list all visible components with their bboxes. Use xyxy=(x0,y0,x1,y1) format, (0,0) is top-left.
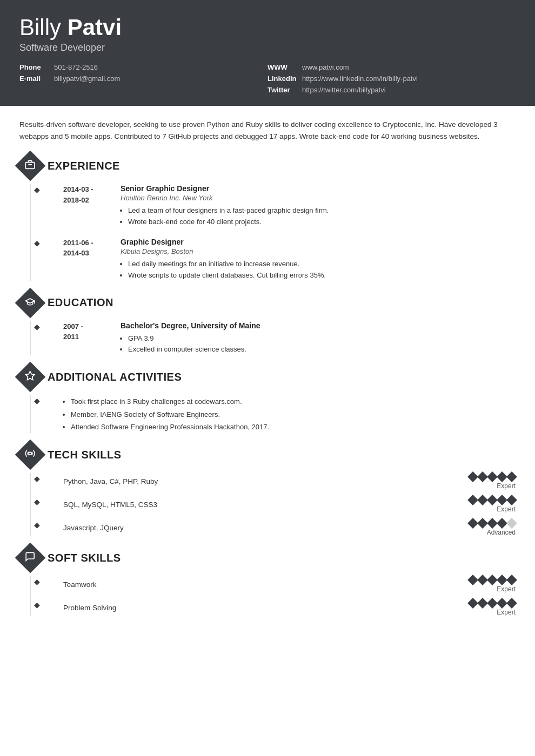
contact-grid: Phone 501-872-2516 WWW www.patvi.com E-m… xyxy=(19,63,516,94)
edu-bullets-1: GPA 3.9 Excelled in computer science cla… xyxy=(121,333,516,356)
exp-bullet-1-2: Wrote back-end code for 40 client projec… xyxy=(128,217,516,228)
dot-3-3 xyxy=(487,518,498,529)
soft-skill-1: Teamwork Expert xyxy=(50,576,516,593)
soft-skill-1-rating: Expert xyxy=(469,576,516,593)
dot-2-3 xyxy=(487,495,498,505)
soft-dot-1-5 xyxy=(506,575,517,585)
experience-header: EXPERIENCE xyxy=(19,155,516,177)
exp-bullets-2: Led daily meetings for an initiative to … xyxy=(121,259,516,281)
edu-degree-1: Bachelor's Degree, University of Maine xyxy=(121,321,516,330)
phone-value: 501-872-2516 xyxy=(54,63,98,71)
tech-skill-2: SQL, MySQL, HTML5, CSS3 Expert xyxy=(50,496,516,513)
exp-bullet-2-2: Wrote scripts to update client databases… xyxy=(128,270,516,281)
edu-bullet-1-2: Excelled in computer science classes. xyxy=(128,344,516,355)
first-name: Billy xyxy=(19,15,68,40)
dot-3-1 xyxy=(467,518,478,529)
header: Billy Patvi Software Developer Phone 501… xyxy=(0,0,535,106)
experience-title: EXPERIENCE xyxy=(48,160,120,172)
soft-skill-2-rating: Expert xyxy=(469,599,516,616)
main-body: Results-driven software developer, seeki… xyxy=(0,106,535,640)
tech-skills-icon xyxy=(15,440,46,470)
soft-skill-1-name: Teamwork xyxy=(63,580,97,589)
tech-skill-1-name: Python, Java, C#, PHP, Ruby xyxy=(63,477,158,485)
last-name: Patvi xyxy=(68,15,122,40)
dot-2-5 xyxy=(506,495,517,505)
soft-skill-2: Problem Solving Expert xyxy=(50,599,516,616)
soft-dot-1-4 xyxy=(497,575,507,585)
activities-icon xyxy=(15,362,46,393)
dot-3-4 xyxy=(497,518,507,529)
tech-skill-1-rating: Expert xyxy=(469,473,516,490)
soft-skills-section: SOFT SKILLS Teamwork Expert xyxy=(19,547,516,616)
education-header: EDUCATION xyxy=(19,292,516,314)
soft-dot-2-3 xyxy=(487,598,498,609)
soft-dot-2-1 xyxy=(467,598,478,609)
exp-jobtitle-2: Graphic Designer xyxy=(121,238,516,246)
activities-section: ADDITIONAL ACTIVITIES Took first place i… xyxy=(19,366,516,433)
dot-3-5 xyxy=(506,518,517,529)
exp-jobtitle-1: Senior Graphic Designer xyxy=(121,184,516,193)
experience-item-1: 2014-03 -2018-02 Senior Graphic Designer… xyxy=(50,184,516,228)
exp-bullet-1-1: Led a team of four designers in a fast-p… xyxy=(128,205,516,217)
experience-timeline: 2014-03 -2018-02 Senior Graphic Designer… xyxy=(30,184,516,281)
education-title: EDUCATION xyxy=(48,296,113,309)
linkedin-contact: LinkedIn https://www.linkedin.com/in/bil… xyxy=(268,75,516,83)
tech-skill-1-level: Expert xyxy=(497,482,516,490)
education-timeline: 2007 -2011 Bachelor's Degree, University… xyxy=(30,321,516,356)
soft-dot-2-2 xyxy=(477,598,488,609)
edu-bullet-1-1: GPA 3.9 xyxy=(128,333,516,345)
dot-1-1 xyxy=(467,471,478,482)
www-value: www.patvi.com xyxy=(302,63,349,71)
exp-bullets-1: Led a team of four designers in a fast-p… xyxy=(121,205,516,228)
email-contact: E-mail billypatvi@gmail.com xyxy=(19,75,268,83)
activities-item-1: Took first place in 3 Ruby challenges at… xyxy=(50,395,516,433)
soft-skill-1-dots xyxy=(469,576,516,584)
exp-content-1: Senior Graphic Designer Houlton Renno In… xyxy=(121,184,516,228)
soft-skills-icon-inner xyxy=(25,551,36,565)
soft-skill-2-dots xyxy=(469,599,516,607)
exp-date-2: 2011-06 -2014-03 xyxy=(63,238,112,281)
soft-skills-icon xyxy=(15,543,46,573)
soft-skills-header: SOFT SKILLS xyxy=(19,547,516,569)
tech-skill-3-rating: Advanced xyxy=(469,519,516,536)
phone-label: Phone xyxy=(19,63,51,71)
dot-2-1 xyxy=(467,495,478,505)
twitter-value: https://twitter.com/billypatvi xyxy=(302,86,386,94)
exp-date-1: 2014-03 -2018-02 xyxy=(63,184,112,228)
activity-bullet-3: Attended Software Engineering Profession… xyxy=(71,421,516,433)
job-title: Software Developer xyxy=(19,42,516,53)
edu-item-1: 2007 -2011 Bachelor's Degree, University… xyxy=(50,321,516,356)
dot-3-2 xyxy=(477,518,488,529)
tech-skill-1-dots xyxy=(469,473,516,481)
tech-skill-3: Javascript, JQuery Advanced xyxy=(50,519,516,536)
www-contact: WWW www.patvi.com xyxy=(268,63,516,71)
tech-skill-3-level: Advanced xyxy=(487,529,516,536)
activities-bullets: Took first place in 3 Ruby challenges at… xyxy=(63,395,516,433)
activity-bullet-2: Member, IAENG Society of Software Engine… xyxy=(71,408,516,421)
soft-dot-2-4 xyxy=(497,598,507,609)
tech-skills-section: TECH SKILLS Python, Java, C#, PHP, Ruby … xyxy=(19,444,516,536)
twitter-contact: Twitter https://twitter.com/billypatvi xyxy=(268,86,516,94)
soft-dot-1-3 xyxy=(487,575,498,585)
summary: Results-driven software developer, seeki… xyxy=(19,119,516,142)
tech-skill-2-level: Expert xyxy=(497,505,516,513)
tech-skills-header: TECH SKILLS xyxy=(19,444,516,465)
tech-skill-2-rating: Expert xyxy=(469,496,516,513)
soft-skill-2-level: Expert xyxy=(497,609,516,616)
soft-skill-1-level: Expert xyxy=(497,585,516,593)
soft-dot-1-2 xyxy=(477,575,488,585)
activity-bullet-1: Took first place in 3 Ruby challenges at… xyxy=(71,395,516,408)
soft-dot-2-5 xyxy=(506,598,517,609)
www-label: WWW xyxy=(268,63,299,71)
soft-skills-title: SOFT SKILLS xyxy=(48,552,121,564)
email-value: billypatvi@gmail.com xyxy=(54,75,120,83)
soft-skill-2-name: Problem Solving xyxy=(63,604,116,612)
tech-skills-title: TECH SKILLS xyxy=(48,449,122,461)
exp-company-2: Kibula Designs, Boston xyxy=(121,247,516,255)
education-section: EDUCATION 2007 -2011 Bachelor's Degree, … xyxy=(19,292,516,356)
experience-icon-inner xyxy=(25,159,36,173)
twitter-label: Twitter xyxy=(268,86,299,94)
activities-timeline: Took first place in 3 Ruby challenges at… xyxy=(30,395,516,433)
svg-point-4 xyxy=(29,452,32,455)
soft-skills-timeline: Teamwork Expert Problem Solving xyxy=(30,576,516,616)
